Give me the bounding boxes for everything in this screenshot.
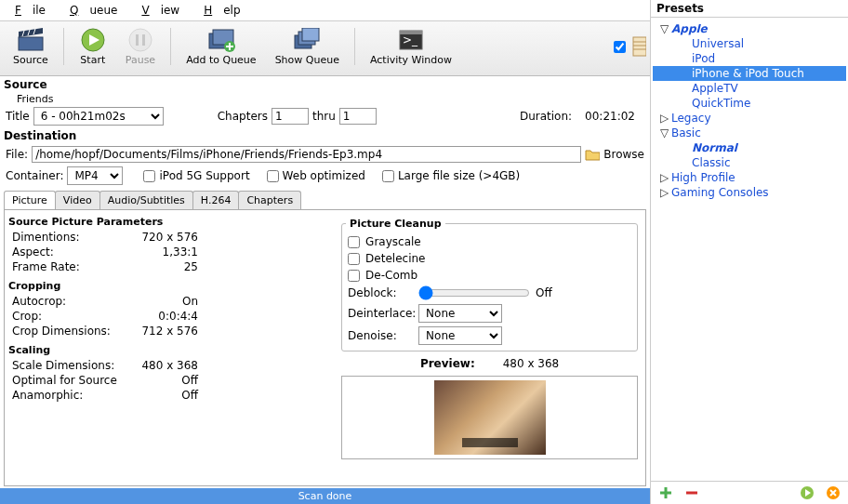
preset-item-normal[interactable]: Normal <box>653 140 846 155</box>
menu-view[interactable]: View <box>130 2 191 19</box>
crop-value: 0:0:4:4 <box>124 310 198 323</box>
preset-folder-gaming-consoles[interactable]: ▷ Gaming Consoles <box>653 185 846 200</box>
file-label: File: <box>6 148 28 161</box>
menu-file[interactable]: File <box>4 2 57 19</box>
preset-item-classic[interactable]: Classic <box>653 155 846 170</box>
autocrop-value: On <box>124 295 198 308</box>
picture-cleanup-title: Picture Cleanup <box>346 218 444 230</box>
aspect-label: Aspect: <box>12 245 124 259</box>
svg-point-7 <box>129 29 152 51</box>
preset-item-appletv[interactable]: AppleTV <box>653 81 846 96</box>
preview-thumbnail <box>434 380 546 455</box>
play-icon <box>79 27 107 53</box>
menu-queue[interactable]: Queue <box>59 2 128 19</box>
svg-rect-0 <box>19 37 43 50</box>
svg-text:>_: >_ <box>403 33 418 46</box>
preset-item-ipod[interactable]: iPod <box>653 51 846 66</box>
tab-chapters[interactable]: Chapters <box>238 191 301 209</box>
presets-tree: ▽ AppleUniversaliPodiPhone & iPod TouchA… <box>651 18 848 481</box>
tab-audio-subtitles[interactable]: Audio/Subtitles <box>99 191 193 209</box>
remove-preset-button[interactable] <box>684 485 699 500</box>
add-to-queue-button[interactable]: Add to Queue <box>177 25 265 68</box>
deinterlace-select[interactable]: None <box>418 304 502 323</box>
denoise-select[interactable]: None <box>418 326 502 345</box>
cropdim-label: Crop Dimensions: <box>12 325 124 338</box>
svg-rect-19 <box>633 37 646 56</box>
pause-icon <box>126 27 154 53</box>
tab-h264[interactable]: H.264 <box>192 191 240 209</box>
framerate-value: 25 <box>124 260 198 273</box>
title-label: Title <box>6 110 30 123</box>
detelecine-checkbox[interactable] <box>348 253 360 265</box>
svg-rect-15 <box>302 28 319 41</box>
toolbar: Source Start Pause Add to Queue Sh <box>0 21 650 76</box>
activity-window-button[interactable]: >_ Activity Window <box>361 25 461 68</box>
source-name: Friends <box>0 93 650 105</box>
deblock-slider[interactable] <box>418 285 530 300</box>
anamorphic-value: Off <box>124 389 198 402</box>
denoise-label: Denoise: <box>348 329 413 342</box>
chapters-label: Chapters <box>218 110 268 123</box>
folder-open-icon <box>585 147 600 162</box>
large-file-label: Large file size (>4GB) <box>398 169 520 182</box>
svg-rect-9 <box>142 34 145 46</box>
destination-section-title: Destination <box>0 127 650 144</box>
title-select[interactable]: 6 - 00h21m02s <box>33 107 164 126</box>
pause-button[interactable]: Pause <box>116 25 165 68</box>
web-optimized-label: Web optimized <box>283 169 365 182</box>
source-picture-parameters-title: Source Picture Parameters <box>8 214 338 230</box>
preset-folder-legacy[interactable]: ▷ Legacy <box>653 111 846 126</box>
tabs: Picture Video Audio/Subtitles H.264 Chap… <box>0 187 650 209</box>
deblock-value: Off <box>536 286 552 299</box>
tab-video[interactable]: Video <box>55 191 100 209</box>
preset-item-iphone-ipod-touch[interactable]: iPhone & iPod Touch <box>653 66 846 81</box>
deinterlace-label: Deinterlace: <box>348 307 413 320</box>
grayscale-label: Grayscale <box>365 235 421 248</box>
preview-dimensions: 480 x 368 <box>503 357 560 370</box>
ipod-5g-label: iPod 5G Support <box>159 169 249 182</box>
preset-folder-basic[interactable]: ▽ Basic <box>653 126 846 140</box>
add-preset-button[interactable] <box>658 485 673 500</box>
menu-help[interactable]: Help <box>192 2 251 19</box>
chapter-from-input[interactable] <box>272 108 309 125</box>
preset-item-universal[interactable]: Universal <box>653 36 846 51</box>
dimensions-value: 720 x 576 <box>124 231 198 244</box>
reset-preset-button[interactable] <box>826 485 841 500</box>
notebook-icon[interactable] <box>631 39 646 54</box>
scaledim-label: Scale Dimensions: <box>12 359 124 372</box>
source-section-title: Source <box>0 76 650 93</box>
source-button[interactable]: Source <box>4 25 58 68</box>
terminal-icon: >_ <box>397 27 425 53</box>
preview-label: Preview: <box>420 357 475 370</box>
thru-label: thru <box>312 110 336 123</box>
container-select[interactable]: MP4 <box>67 166 123 185</box>
preset-folder-high-profile[interactable]: ▷ High Profile <box>653 170 846 185</box>
duration-label: Duration: <box>520 110 572 123</box>
decomb-label: De-Comb <box>365 269 417 282</box>
deblock-label: Deblock: <box>348 286 413 299</box>
scaledim-value: 480 x 368 <box>124 359 198 372</box>
chapter-to-input[interactable] <box>339 108 377 125</box>
tab-picture[interactable]: Picture <box>4 191 56 209</box>
start-button[interactable]: Start <box>70 25 116 68</box>
container-label: Container: <box>6 169 63 182</box>
apply-preset-button[interactable] <box>800 485 815 500</box>
web-optimized-checkbox[interactable] <box>267 170 279 182</box>
crop-label: Crop: <box>12 310 124 323</box>
browse-button[interactable]: Browse <box>603 148 644 161</box>
ipod-5g-checkbox[interactable] <box>143 170 155 182</box>
preset-folder-apple[interactable]: ▽ Apple <box>653 21 846 36</box>
presets-toolbar <box>651 481 848 504</box>
detelecine-label: Detelecine <box>365 252 425 265</box>
preset-item-quicktime[interactable]: QuickTime <box>653 96 846 111</box>
aspect-value: 1,33:1 <box>124 245 198 259</box>
toggle-presets-checkbox[interactable] <box>614 41 626 53</box>
show-queue-button[interactable]: Show Queue <box>266 25 349 68</box>
statusbar: Scan done <box>0 488 650 504</box>
file-input[interactable] <box>32 146 581 163</box>
grayscale-checkbox[interactable] <box>348 236 360 248</box>
large-file-checkbox[interactable] <box>382 170 394 182</box>
decomb-checkbox[interactable] <box>348 270 360 282</box>
preview-box <box>341 376 638 459</box>
framerate-label: Frame Rate: <box>12 260 124 273</box>
